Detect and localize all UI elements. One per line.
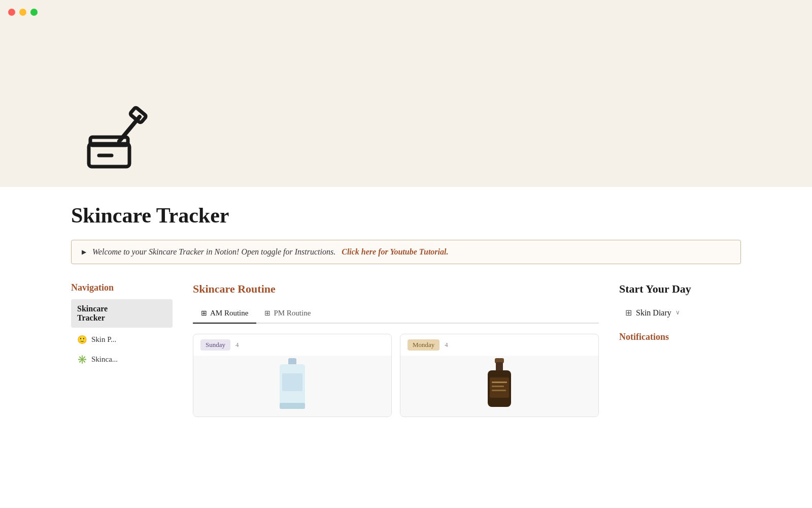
notifications-title: Notifications <box>619 332 741 342</box>
svg-rect-8 <box>282 373 302 391</box>
day-cards: Sunday 4 <box>193 334 599 417</box>
skin-diary-dropdown[interactable]: ⊞ Skin Diary ∨ <box>619 304 741 322</box>
page-content: Skincare Tracker ▶ Welcome to your Skinc… <box>0 187 812 417</box>
day-card-sunday: Sunday 4 <box>193 334 392 417</box>
page-title: Skincare Tracker <box>71 187 741 240</box>
sparkle-icon: ✳️ <box>77 355 87 364</box>
routine-column: Skincare Routine ⊞ AM Routine ⊞ PM Routi… <box>193 282 599 417</box>
tab-am-label: AM Routine <box>210 309 248 318</box>
routine-title: Skincare Routine <box>193 282 599 296</box>
sidebar-item-skincare-routine[interactable]: ✳️ Skinca... <box>71 351 173 368</box>
routine-tabs: ⊞ AM Routine ⊞ PM Routine <box>193 304 599 324</box>
page-icon <box>71 96 152 177</box>
smiley-icon: 🙂 <box>77 335 87 344</box>
welcome-toggle[interactable]: ▶ Welcome to your Skincare Tracker in No… <box>71 240 741 264</box>
monday-badge: Monday <box>408 339 439 351</box>
table-icon-pm: ⊞ <box>264 309 270 318</box>
grid-icon: ⊞ <box>625 308 632 318</box>
sidebar-item-skincare-tracker[interactable]: SkincareTracker <box>71 299 173 328</box>
day-card-monday: Monday 4 <box>400 334 599 417</box>
svg-rect-7 <box>280 403 305 409</box>
maximize-button[interactable] <box>30 9 38 16</box>
svg-rect-12 <box>490 377 509 398</box>
welcome-text: Welcome to your Skincare Tracker in Noti… <box>92 247 335 257</box>
svg-rect-13 <box>492 382 507 383</box>
monday-product-image <box>400 356 598 417</box>
start-day-column: Start Your Day ⊞ Skin Diary ∨ Notificati… <box>619 282 741 342</box>
minimize-button[interactable] <box>19 9 26 16</box>
svg-rect-14 <box>492 386 504 387</box>
svg-rect-5 <box>288 358 296 365</box>
main-layout: Navigation SkincareTracker 🙂 Skin P... ✳… <box>71 282 741 417</box>
sidebar-item-skin-profile[interactable]: 🙂 Skin P... <box>71 331 173 348</box>
monday-header: Monday 4 <box>400 334 598 356</box>
chevron-down-icon: ∨ <box>675 309 680 316</box>
tab-pm-routine[interactable]: ⊞ PM Routine <box>256 304 319 324</box>
navigation-title: Navigation <box>71 282 173 293</box>
skin-diary-label: Skin Diary <box>636 308 671 318</box>
sunday-badge: Sunday <box>200 339 230 351</box>
close-button[interactable] <box>8 9 15 16</box>
monday-count: 4 <box>445 341 448 349</box>
svg-rect-10 <box>496 362 503 371</box>
sunday-header: Sunday 4 <box>193 334 391 356</box>
sunday-count: 4 <box>235 341 239 349</box>
start-day-title: Start Your Day <box>619 282 741 296</box>
tab-am-routine[interactable]: ⊞ AM Routine <box>193 304 256 324</box>
svg-rect-15 <box>492 390 506 391</box>
navigation-column: Navigation SkincareTracker 🙂 Skin P... ✳… <box>71 282 173 370</box>
title-bar <box>0 0 812 24</box>
toggle-arrow-icon: ▶ <box>82 248 86 256</box>
table-icon-am: ⊞ <box>201 309 207 318</box>
svg-rect-4 <box>130 107 147 123</box>
skincare-label: Skinca... <box>91 355 118 364</box>
cover-area <box>0 24 812 187</box>
skin-profile-label: Skin P... <box>91 335 116 344</box>
youtube-tutorial-link[interactable]: Click here for Youtube Tutorial. <box>342 247 448 257</box>
tab-pm-label: PM Routine <box>274 309 311 318</box>
sunday-product-image <box>193 356 391 417</box>
nav-active-label: SkincareTracker <box>77 304 108 322</box>
